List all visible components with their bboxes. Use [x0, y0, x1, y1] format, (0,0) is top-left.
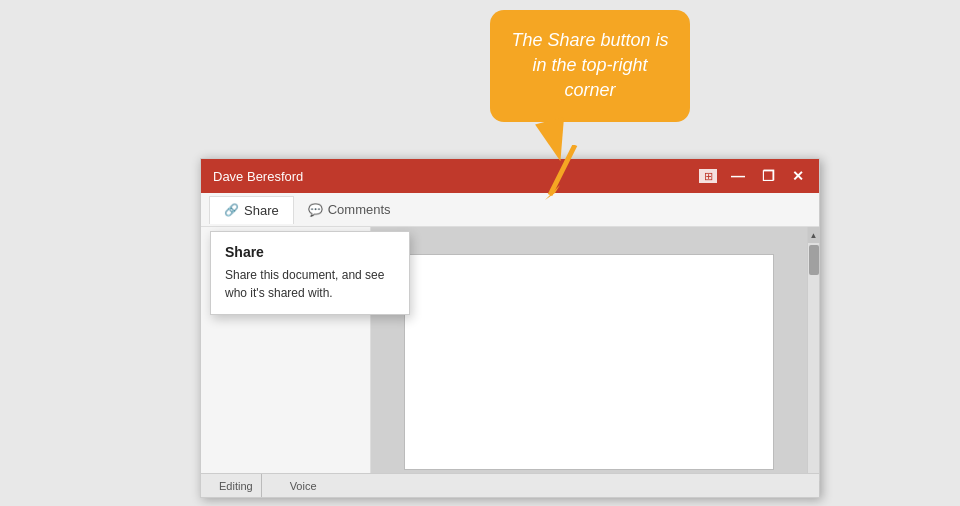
slide-area: [371, 227, 807, 497]
status-editing: Editing: [211, 474, 262, 497]
comments-icon: 💬: [308, 203, 323, 217]
status-voice: Voice: [282, 474, 325, 497]
callout-bubble: The Share button is in the top-right cor…: [490, 10, 690, 122]
title-bar-username: Dave Beresford: [213, 169, 699, 184]
voice-label: Voice: [290, 480, 317, 492]
ribbon-bar: 🔗 Share Share Share this document, and s…: [201, 193, 819, 227]
slide-page: [404, 254, 775, 470]
grid-icon[interactable]: ⊞: [699, 169, 717, 183]
comments-tab-label: Comments: [328, 202, 391, 217]
restore-button[interactable]: ❐: [759, 167, 777, 185]
status-bar: Editing Voice: [201, 473, 819, 497]
title-bar-controls: ⊞ — ❐ ✕: [699, 167, 807, 185]
share-tooltip-description: Share this document, and see who it's sh…: [225, 266, 395, 302]
close-button[interactable]: ✕: [789, 167, 807, 185]
scroll-thumb[interactable]: [809, 245, 819, 275]
share-icon: 🔗: [224, 203, 239, 217]
share-tab-label: Share: [244, 203, 279, 218]
comments-tab[interactable]: 💬 Comments: [294, 196, 405, 223]
title-bar: Dave Beresford ⊞ — ❐ ✕: [201, 159, 819, 193]
share-tooltip-title: Share: [225, 244, 395, 260]
scroll-up-arrow[interactable]: ▲: [808, 227, 820, 243]
app-window: Dave Beresford ⊞ — ❐ ✕ 🔗 Share Share Sha…: [200, 158, 820, 498]
minimize-button[interactable]: —: [729, 167, 747, 185]
share-tab[interactable]: 🔗 Share Share Share this document, and s…: [209, 196, 294, 224]
scrollbar-right[interactable]: ▲ ▼: [807, 227, 819, 497]
editing-label: Editing: [219, 480, 253, 492]
share-tooltip: Share Share this document, and see who i…: [210, 231, 410, 315]
callout-text: The Share button is in the top-right cor…: [511, 30, 668, 100]
